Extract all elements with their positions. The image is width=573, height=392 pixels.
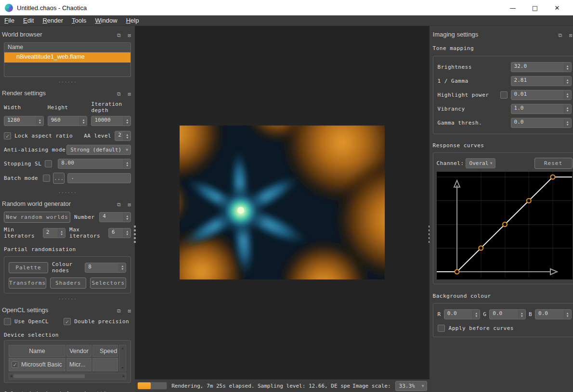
use-opencl-checkbox[interactable] [4, 318, 11, 325]
float-panel-icon[interactable]: ⧉ [117, 91, 121, 97]
device-col-name[interactable]: Name [9, 345, 65, 357]
splitter-handle[interactable]: ······ [0, 190, 135, 196]
world-browser-selected-row[interactable]: n8iveattitude1_web.flame [4, 52, 130, 63]
batch-browse-button[interactable]: ... [53, 173, 65, 184]
max-iterators-spinner[interactable]: 6 ▲▼ [108, 228, 131, 238]
scroll-down-icon[interactable]: ▼ [122, 366, 124, 370]
gamma-spinner[interactable]: 2.81 ▲▼ [511, 76, 572, 86]
number-spinner[interactable]: 4 ▲▼ [99, 212, 131, 222]
device-row-vendor[interactable]: Micr... [66, 358, 91, 371]
curve-control-point[interactable] [550, 175, 555, 179]
device-row-name[interactable]: ✓ Microsoft Basic ... [9, 358, 65, 371]
spin-down-icon[interactable]: ▼ [126, 136, 128, 139]
splitter-handle[interactable]: ······ [0, 80, 135, 86]
height-spinner[interactable]: 960 ▲▼ [48, 116, 88, 126]
device-col-speed[interactable]: Speed [92, 345, 118, 357]
blue-spinner[interactable]: 0.0 ▲▼ [535, 309, 572, 319]
close-panel-icon[interactable]: ⊠ [128, 308, 131, 314]
red-spinner[interactable]: 0.0 ▲▼ [444, 309, 481, 319]
vertical-scrollbar[interactable]: ▲ ▼ [119, 345, 126, 371]
spin-down-icon[interactable]: ▼ [521, 315, 523, 317]
stopping-sl-spinner[interactable]: 8.00 ▲▼ [58, 159, 131, 169]
float-panel-icon[interactable]: ⧉ [117, 32, 121, 38]
spin-down-icon[interactable]: ▼ [126, 164, 128, 167]
menu-render[interactable]: Render [38, 15, 67, 25]
response-curve-editor[interactable] [437, 172, 572, 278]
device-col-vendor[interactable]: Vendor [66, 345, 91, 357]
spin-down-icon[interactable]: ▼ [567, 123, 569, 126]
highlight-power-checkbox[interactable] [500, 91, 508, 99]
curve-control-point[interactable] [526, 199, 531, 203]
device-checkbox[interactable]: ✓ [12, 361, 18, 368]
spin-down-icon[interactable]: ▼ [567, 109, 569, 112]
fractal-preview-image[interactable] [180, 126, 385, 279]
scroll-right-icon[interactable]: ▶ [123, 374, 125, 378]
spin-down-icon[interactable]: ▼ [61, 233, 63, 236]
render-progress-fill [138, 382, 150, 389]
menu-window[interactable]: Window [91, 15, 121, 25]
batch-mode-label: Batch mode [4, 175, 38, 181]
menu-edit[interactable]: Edit [19, 15, 38, 25]
float-panel-icon[interactable]: ⧉ [117, 308, 121, 314]
transforms-button[interactable]: Transforms [9, 278, 46, 289]
iteration-depth-spinner[interactable]: 10000 ▲▼ [91, 116, 131, 126]
close-button[interactable]: ✕ [546, 0, 568, 15]
reset-curve-button[interactable]: Reset [534, 158, 573, 169]
menu-help[interactable]: Help [122, 15, 143, 25]
maximize-button[interactable]: □ [524, 0, 546, 15]
batch-path-field[interactable]: . [67, 173, 131, 183]
colour-nodes-spinner[interactable]: 8 ▲▼ [85, 263, 126, 273]
world-browser-name-header[interactable]: Name [4, 43, 130, 52]
aa-level-spinner[interactable]: 2 ▲▼ [115, 131, 131, 141]
selectors-button[interactable]: Selectors [90, 278, 126, 289]
spin-down-icon[interactable]: ▼ [126, 121, 128, 124]
vibrancy-spinner[interactable]: 1.0 ▲▼ [511, 104, 572, 114]
close-panel-icon[interactable]: ⊠ [569, 32, 573, 38]
double-precision-checkbox[interactable]: ✓ [64, 318, 71, 325]
spin-down-icon[interactable]: ▼ [126, 217, 128, 220]
close-panel-icon[interactable]: ⊠ [128, 202, 131, 208]
spin-down-icon[interactable]: ▼ [567, 95, 569, 98]
scrollbar-thumb[interactable] [13, 374, 85, 378]
highlight-power-spinner[interactable]: 0.01 ▲▼ [511, 90, 572, 100]
spin-down-icon[interactable]: ▼ [475, 315, 477, 317]
image-scale-dropdown[interactable]: 33.3% ▼ [395, 381, 427, 391]
curve-control-point[interactable] [455, 270, 459, 274]
batch-mode-checkbox[interactable] [43, 175, 50, 182]
close-panel-icon[interactable]: ⊠ [128, 91, 131, 97]
spin-down-icon[interactable]: ▼ [39, 121, 41, 124]
splitter-handle[interactable]: ······ [0, 297, 135, 303]
new-random-worlds-button[interactable]: New random worlds [4, 212, 70, 223]
float-panel-icon[interactable]: ⧉ [117, 202, 121, 208]
close-panel-icon[interactable]: ⊠ [128, 32, 131, 38]
app-icon [5, 4, 13, 12]
menu-file[interactable]: File [0, 15, 19, 25]
spin-down-icon[interactable]: ▼ [126, 233, 128, 236]
width-spinner[interactable]: 1280 ▲▼ [4, 116, 44, 126]
green-spinner[interactable]: 0.0 ▲▼ [489, 309, 526, 319]
curve-control-point[interactable] [479, 246, 483, 250]
spin-down-icon[interactable]: ▼ [121, 267, 123, 270]
min-iterators-spinner[interactable]: 2 ▲▼ [43, 228, 65, 238]
float-panel-icon[interactable]: ⧉ [558, 32, 562, 38]
channel-dropdown[interactable]: Overall ▼ [466, 158, 495, 168]
brightness-spinner[interactable]: 32.0 ▲▼ [511, 62, 572, 72]
palette-button[interactable]: Palette [9, 262, 48, 273]
gamma-thresh-spinner[interactable]: 0.0 ▲▼ [511, 118, 572, 128]
spin-down-icon[interactable]: ▼ [83, 121, 85, 124]
spin-down-icon[interactable]: ▼ [567, 315, 569, 317]
scroll-up-icon[interactable]: ▲ [122, 346, 124, 350]
horizontal-scrollbar[interactable]: ◀ ▶ [9, 373, 126, 379]
curve-control-point[interactable] [503, 222, 507, 227]
device-row-speed[interactable] [92, 358, 118, 371]
spin-down-icon[interactable]: ▼ [567, 67, 569, 70]
scroll-left-icon[interactable]: ◀ [10, 374, 12, 378]
stopping-sl-checkbox[interactable] [45, 160, 52, 167]
shaders-button[interactable]: Shaders [50, 278, 86, 289]
menu-tools[interactable]: Tools [67, 15, 91, 25]
aa-mode-dropdown[interactable]: Strong (default) ▼ [66, 145, 131, 155]
lock-aspect-checkbox[interactable]: ✓ [4, 132, 11, 139]
apply-before-curves-checkbox[interactable] [438, 325, 445, 332]
spin-down-icon[interactable]: ▼ [567, 81, 569, 84]
minimize-button[interactable]: — [502, 0, 524, 15]
